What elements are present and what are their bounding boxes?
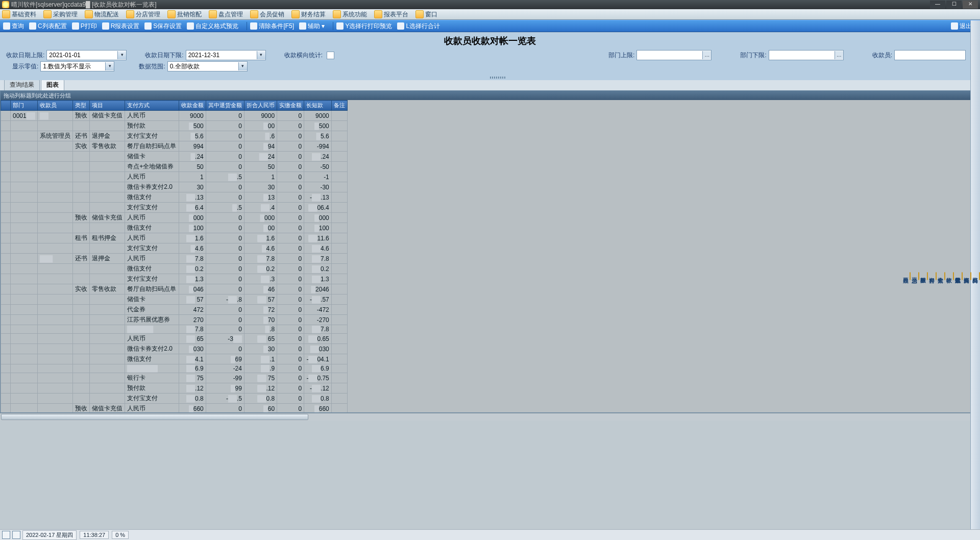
menu-item[interactable]: 物流配送 [85,10,119,19]
toolbar-button[interactable]: C列表配置 [29,22,67,31]
tab-result[interactable]: 查询结果 [4,79,40,90]
toolbar-button[interactable]: P打印 [72,22,97,31]
lookup-icon[interactable]: … [835,51,843,59]
scope-select[interactable]: ▾ [167,61,248,71]
table-row[interactable]: 实收零售收款餐厅自助扫码点单█0460█460█2046 [1,284,348,294]
cell: █500 [179,121,206,131]
table-row[interactable]: 支付宝支付█4.60█4.60██4.6 [1,243,348,254]
menu-item[interactable]: 报表平台 [374,10,408,19]
dock-icon[interactable] [953,272,954,280]
table-row[interactable]: 微信支付██.130█130-██.13 [1,192,348,203]
toolbar-button[interactable]: 清除条件[F5] [250,22,294,31]
splitter-horizontal[interactable] [0,75,980,80]
toolbar-button[interactable]: L选择行合计 [397,22,440,31]
dept-down-input[interactable]: … [769,50,844,60]
dock-icon[interactable] [944,272,945,280]
table-row[interactable]: 微信卡券支付2.0█0300█300██030 [1,344,348,354]
toolbar-button[interactable]: 自定义格式预览 [187,22,238,31]
toolbar-button[interactable]: 辅助 ▾ [299,22,325,31]
column-header[interactable]: 长短款 [304,101,332,111]
column-header[interactable] [1,101,11,111]
chevron-down-icon[interactable]: ▾ [117,51,126,59]
column-header[interactable]: 实缴金额 [277,101,304,111]
menu-item[interactable]: 窗口 [415,10,437,19]
column-header[interactable]: 部门 [11,101,38,111]
column-header[interactable]: 收款金额 [179,101,206,111]
date-from-input[interactable]: ▾ [46,50,127,60]
zero-select[interactable]: ▾ [40,61,114,71]
column-header[interactable]: 其中退货金额 [206,101,244,111]
lookup-icon[interactable]: … [702,51,711,59]
table-row[interactable]: 储值卡██ 57-██.8██ 570-██.57 [1,294,348,305]
status-icon-1[interactable] [2,531,10,539]
column-header[interactable]: 类型 [73,101,90,111]
toolbar-button[interactable]: 查询 [3,22,24,31]
dept-up-input[interactable]: … [636,50,712,60]
tree-icon[interactable] [951,22,958,30]
status-icon-2[interactable] [12,531,20,539]
cell [37,264,72,274]
column-header[interactable]: 收款员 [37,101,72,111]
column-header[interactable]: 备注 [331,101,347,111]
close-button[interactable]: ✕ [963,1,978,9]
table-row[interactable]: 江苏书展优惠券2700█700-270 [1,315,348,325]
table-row[interactable]: 实收零售收款餐厅自助扫码点单9940█940-994 [1,141,348,152]
table-row[interactable]: 人民币1██.510-1 [1,172,348,182]
table-row[interactable]: 支付宝支付██0.8-██.5██0.80██0.8 [1,394,348,404]
menu-item[interactable]: 财务结算 [291,10,326,19]
cross-stat-checkbox[interactable] [327,52,334,59]
table-row[interactable]: 支付宝支付██6.4█.5██.40██06.4 [1,203,348,213]
dock-icon[interactable] [918,272,919,280]
table-row[interactable]: 租书租书押金人民币██1.60██1.60██11.6 [1,233,348,243]
menu-item[interactable]: 基础资料 [2,10,36,19]
date-to-input[interactable]: ▾ [186,50,266,60]
menu-item[interactable]: 会员促销 [250,10,284,19]
maximize-button[interactable]: ☐ [946,1,962,9]
table-row[interactable]: 微信支付█1000█000█100 [1,223,348,233]
horizontal-scrollbar[interactable]: ▾ [0,413,980,421]
table-row[interactable]: █████████6.9-24██.90██6.9 [1,364,348,373]
tab-chart[interactable]: 图表 [41,79,64,90]
menu-item[interactable]: 盘点管理 [209,10,243,19]
table-row[interactable]: 微信支付██4.1█69██.10-██04.1 [1,354,348,364]
chevron-down-icon[interactable]: ▾ [238,62,247,70]
table-row[interactable]: ████████7.80█.80██7.8 [1,325,348,334]
table-row[interactable]: 支付宝支付██1.30██.30██1.3 [1,274,348,284]
chevron-down-icon[interactable]: ▾ [105,62,114,70]
table-row[interactable]: 预付款██.12█99██.120-██.12 [1,383,348,394]
table-row[interactable]: 微信支付██0.20██0.20██0.2 [1,264,348,274]
menu-item[interactable]: 采购管理 [43,10,78,19]
cell [1,121,11,131]
dock-icon[interactable] [936,272,937,280]
table-row[interactable]: 微信卡券支付2.0300300-30 [1,182,348,192]
table-row[interactable]: 银行卡██ 75-99██ 750-██0.75 [1,373,348,383]
table-row[interactable]: 0001████预收储值卡充值人民币90000900009000 [1,111,348,121]
table-row[interactable]: 代金券4720█720-472 [1,305,348,315]
column-header[interactable]: 项目 [90,101,125,111]
menu-item[interactable]: 批销馆配 [167,10,202,19]
table-row[interactable]: 系统管理员还书退押金支付宝支付█5.60█.60█5.6 [1,131,348,141]
table-row[interactable]: 储值卡█.240██240██.24 [1,152,348,162]
group-header[interactable]: 拖动列标题到此处进行分组 [1,91,979,100]
toolbar-button[interactable]: S保存设置 [144,22,182,31]
menu-item[interactable]: 分店管理 [126,10,160,19]
toolbar-button[interactable]: Y选择行打印预览 [336,22,392,31]
dock-icon[interactable] [910,272,911,280]
toolbar-button[interactable]: R报表设置 [102,22,140,31]
dock-icon[interactable] [962,272,963,280]
minimize-button[interactable]: — [930,1,945,9]
menu-item[interactable]: 系统功能 [333,10,367,19]
table-row[interactable]: 预收储值卡充值人民币█0000█0000█000 [1,213,348,223]
column-header[interactable]: 支付方式 [125,101,179,111]
dock-icon[interactable] [970,272,971,280]
toolbar-icon [397,22,404,30]
table-row[interactable]: 人民币██ 65-3████ 650██0.65 [1,334,348,344]
column-header[interactable]: 折合人民币 [244,101,277,111]
table-row[interactable]: 预付款█5000█000█500 [1,121,348,131]
cashier-input[interactable] [894,50,966,60]
table-row[interactable]: 预收储值卡充值人民币█6600█600█660 [1,404,348,413]
table-row[interactable]: 奇点+全地储值券500500-50 [1,162,348,172]
table-row[interactable]: ███还书退押金人民币██7.80██7.80██7.8 [1,254,348,264]
chevron-down-icon[interactable]: ▾ [257,51,265,59]
dock-icon[interactable] [927,272,928,280]
